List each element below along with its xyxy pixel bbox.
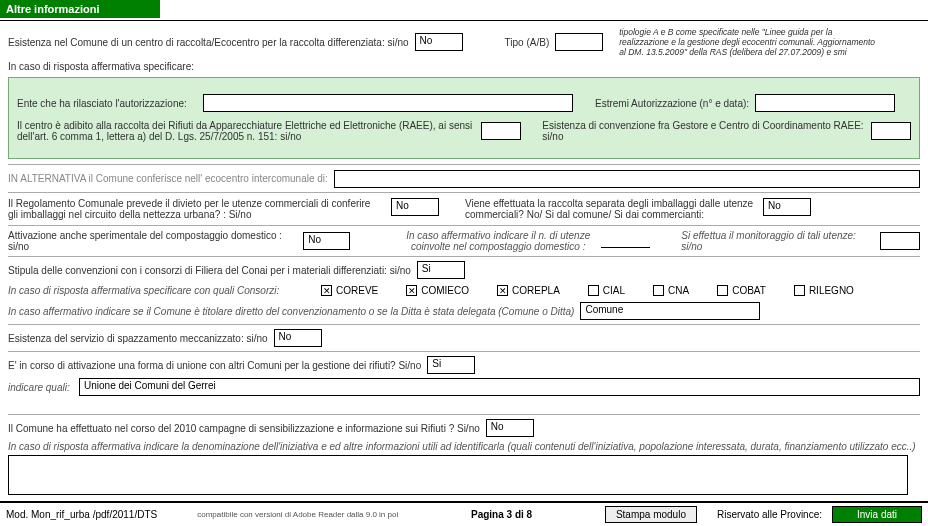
footer-compat: compatibile con versioni di Adobe Reader… [197,510,398,519]
tipo-input[interactable] [555,33,603,51]
conai-input[interactable]: Si [417,261,465,279]
page-indicator: Pagina 3 di 8 [471,509,532,520]
ente-label: Ente che ha rilasciato l'autorizzazione: [17,98,197,109]
consorzi-label: In caso di risposta affermativa specific… [8,285,293,296]
compostaggio-label: Attivazione anche sperimentale del compo… [8,230,297,252]
affermativa-label: In caso di risposta affermativa specific… [8,61,920,72]
cb-cial[interactable]: CIAL [588,285,625,296]
spazzamento-input[interactable]: No [274,329,322,347]
footer-model: Mod. Mon_rif_urba /pdf/2011/DTS [6,509,157,520]
campagne-input[interactable]: No [486,419,534,437]
regolamento-input[interactable]: No [391,198,439,216]
campagne-sub-label: In caso di risposta affermativa indicare… [8,441,920,452]
cb-cobat[interactable]: COBAT [717,285,766,296]
estremi-label: Estremi Autorizzazione (n° e data): [595,98,749,109]
campagne-textarea[interactable] [8,455,908,495]
ecocentro-input[interactable]: No [415,33,463,51]
raccolta-separata-input[interactable]: No [763,198,811,216]
utenze-hint: In caso affermativo indicare il n. di ut… [401,230,595,252]
footer-bar: Mod. Mon_rif_urba /pdf/2011/DTS compatib… [0,501,928,526]
titolare-label: In caso affermativo indicare se il Comun… [8,306,574,317]
indicare-quali-label: indicare quali: [8,382,73,393]
raee-label: Il centro è adibito alla raccolta dei Ri… [17,120,475,142]
monitoraggio-input[interactable] [880,232,920,250]
unione-label: E' in corso di attivazione una forma di … [8,360,421,371]
indicare-quali-input[interactable]: Unione dei Comuni del Gerrei [79,378,920,396]
affermativa-box: Ente che ha rilasciato l'autorizzazione:… [8,77,920,159]
tipologie-note: tipologie A e B come specificate nelle "… [609,27,879,57]
stampa-button[interactable]: Stampa modulo [605,506,697,523]
regolamento-label: Il Regolamento Comunale prevede il divie… [8,198,383,220]
estremi-input[interactable] [755,94,895,112]
unione-input[interactable]: Si [427,356,475,374]
riservato-label: Riservato alle Province: [717,509,822,520]
monitoraggio-label: Si effettua il monitoraggio di tali uten… [681,230,874,252]
titolare-input[interactable]: Comune [580,302,760,320]
section-header: Altre informazioni [0,0,160,18]
invia-button[interactable]: Invia dati [832,506,922,523]
cb-cna[interactable]: CNA [653,285,689,296]
convenzione-input[interactable] [871,122,911,140]
raee-input[interactable] [481,122,521,140]
convenzione-label: Esistenza di convenzione fra Gestore e C… [542,120,865,142]
compostaggio-input[interactable]: No [303,232,350,250]
cb-comieco[interactable]: ✕COMIECO [406,285,469,296]
utenze-input[interactable] [601,234,650,248]
alternativa-label: IN ALTERNATIVA il Comune conferisce nell… [8,169,328,188]
cb-corepla[interactable]: ✕COREPLA [497,285,560,296]
campagne-label: Il Comune ha effettuato nel corso del 20… [8,423,480,434]
q-ecocentro: Esistenza nel Comune di un centro di rac… [8,37,409,48]
cb-coreve[interactable]: ✕COREVE [321,285,378,296]
raccolta-separata-label: Viene effettuata la raccolta separata de… [465,198,755,220]
ente-input[interactable] [203,94,573,112]
cb-rilegno[interactable]: RILEGNO [794,285,854,296]
conai-label: Stipula delle convenzioni con i consorzi… [8,265,411,276]
alternativa-input[interactable] [334,170,920,188]
tipo-label: Tipo (A/B) [505,37,550,48]
spazzamento-label: Esistenza del servizio di spazzamento me… [8,333,268,344]
